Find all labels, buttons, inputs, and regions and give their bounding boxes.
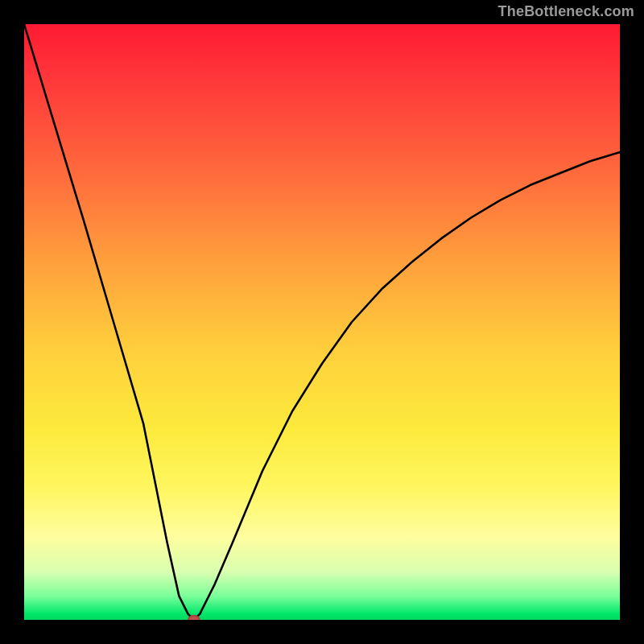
plot-area <box>24 24 620 620</box>
bottleneck-curve <box>24 24 620 620</box>
minimum-marker <box>188 616 199 620</box>
chart-svg <box>24 24 620 620</box>
watermark-text: TheBottleneck.com <box>498 3 634 20</box>
chart-frame: TheBottleneck.com <box>0 0 644 644</box>
